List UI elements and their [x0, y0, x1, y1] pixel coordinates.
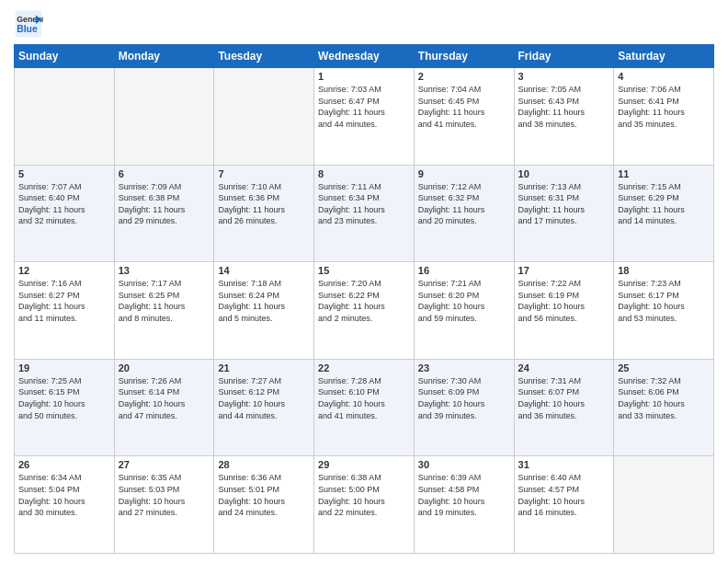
calendar-cell: 15Sunrise: 7:20 AM Sunset: 6:22 PM Dayli… — [314, 262, 415, 360]
day-info: Sunrise: 7:31 AM Sunset: 6:07 PM Dayligh… — [518, 375, 610, 421]
day-number: 6 — [119, 168, 210, 179]
day-info: Sunrise: 6:39 AM Sunset: 4:58 PM Dayligh… — [418, 472, 510, 518]
day-number: 24 — [518, 362, 610, 373]
calendar-cell: 3Sunrise: 7:05 AM Sunset: 6:43 PM Daylig… — [514, 68, 614, 166]
calendar-cell: 28Sunrise: 6:36 AM Sunset: 5:01 PM Dayli… — [214, 456, 314, 554]
weekday-header-friday: Friday — [514, 45, 614, 68]
day-info: Sunrise: 6:38 AM Sunset: 5:00 PM Dayligh… — [318, 472, 410, 518]
day-number: 5 — [18, 168, 110, 179]
day-info: Sunrise: 7:17 AM Sunset: 6:25 PM Dayligh… — [119, 278, 210, 324]
day-info: Sunrise: 7:16 AM Sunset: 6:27 PM Dayligh… — [18, 278, 110, 324]
day-number: 25 — [618, 362, 710, 373]
day-info: Sunrise: 7:05 AM Sunset: 6:43 PM Dayligh… — [518, 84, 610, 130]
weekday-header-saturday: Saturday — [614, 45, 714, 68]
day-info: Sunrise: 7:22 AM Sunset: 6:19 PM Dayligh… — [518, 278, 610, 324]
calendar-table: SundayMondayTuesdayWednesdayThursdayFrid… — [14, 44, 714, 554]
day-number: 28 — [218, 459, 310, 470]
day-info: Sunrise: 7:23 AM Sunset: 6:17 PM Dayligh… — [618, 278, 710, 324]
calendar-cell: 31Sunrise: 6:40 AM Sunset: 4:57 PM Dayli… — [514, 456, 614, 554]
day-number: 29 — [318, 459, 410, 470]
day-info: Sunrise: 7:32 AM Sunset: 6:06 PM Dayligh… — [618, 375, 710, 421]
calendar-cell: 27Sunrise: 6:35 AM Sunset: 5:03 PM Dayli… — [114, 456, 214, 554]
calendar-cell: 13Sunrise: 7:17 AM Sunset: 6:25 PM Dayli… — [114, 262, 214, 360]
calendar-cell — [214, 68, 314, 166]
day-info: Sunrise: 7:07 AM Sunset: 6:40 PM Dayligh… — [18, 181, 110, 227]
calendar-cell: 5Sunrise: 7:07 AM Sunset: 6:40 PM Daylig… — [15, 165, 115, 262]
calendar-cell: 8Sunrise: 7:11 AM Sunset: 6:34 PM Daylig… — [314, 165, 415, 262]
calendar-cell — [114, 68, 214, 166]
day-number: 31 — [518, 459, 610, 470]
day-info: Sunrise: 7:27 AM Sunset: 6:12 PM Dayligh… — [218, 375, 310, 421]
weekday-header-thursday: Thursday — [414, 45, 514, 68]
week-row-2: 12Sunrise: 7:16 AM Sunset: 6:27 PM Dayli… — [15, 262, 714, 360]
week-row-1: 5Sunrise: 7:07 AM Sunset: 6:40 PM Daylig… — [15, 165, 714, 262]
day-info: Sunrise: 7:26 AM Sunset: 6:14 PM Dayligh… — [119, 375, 210, 421]
calendar-cell: 16Sunrise: 7:21 AM Sunset: 6:20 PM Dayli… — [414, 262, 514, 360]
calendar-cell: 17Sunrise: 7:22 AM Sunset: 6:19 PM Dayli… — [514, 262, 614, 360]
header: General Blue — [14, 9, 714, 39]
calendar-cell — [614, 456, 714, 554]
day-number: 9 — [418, 168, 510, 179]
calendar-cell: 12Sunrise: 7:16 AM Sunset: 6:27 PM Dayli… — [15, 262, 115, 360]
day-number: 8 — [318, 168, 410, 179]
day-info: Sunrise: 6:36 AM Sunset: 5:01 PM Dayligh… — [218, 472, 310, 518]
day-number: 15 — [318, 265, 410, 276]
day-info: Sunrise: 7:21 AM Sunset: 6:20 PM Dayligh… — [418, 278, 510, 324]
weekday-header-sunday: Sunday — [15, 45, 115, 68]
day-info: Sunrise: 7:03 AM Sunset: 6:47 PM Dayligh… — [318, 84, 410, 130]
calendar-cell: 30Sunrise: 6:39 AM Sunset: 4:58 PM Dayli… — [414, 456, 514, 554]
day-info: Sunrise: 7:18 AM Sunset: 6:24 PM Dayligh… — [218, 278, 310, 324]
week-row-3: 19Sunrise: 7:25 AM Sunset: 6:15 PM Dayli… — [15, 359, 714, 456]
calendar-cell: 6Sunrise: 7:09 AM Sunset: 6:38 PM Daylig… — [114, 165, 214, 262]
calendar-cell: 21Sunrise: 7:27 AM Sunset: 6:12 PM Dayli… — [214, 359, 314, 456]
day-info: Sunrise: 6:35 AM Sunset: 5:03 PM Dayligh… — [119, 472, 210, 518]
day-number: 2 — [418, 71, 510, 82]
calendar-cell: 11Sunrise: 7:15 AM Sunset: 6:29 PM Dayli… — [614, 165, 714, 262]
day-number: 17 — [518, 265, 610, 276]
day-number: 30 — [418, 459, 510, 470]
day-number: 22 — [318, 362, 410, 373]
calendar-cell: 19Sunrise: 7:25 AM Sunset: 6:15 PM Dayli… — [15, 359, 115, 456]
calendar-cell: 18Sunrise: 7:23 AM Sunset: 6:17 PM Dayli… — [614, 262, 714, 360]
week-row-0: 1Sunrise: 7:03 AM Sunset: 6:47 PM Daylig… — [15, 68, 714, 166]
day-number: 14 — [218, 265, 310, 276]
day-number: 27 — [119, 459, 210, 470]
week-row-4: 26Sunrise: 6:34 AM Sunset: 5:04 PM Dayli… — [15, 456, 714, 554]
day-info: Sunrise: 7:13 AM Sunset: 6:31 PM Dayligh… — [518, 181, 610, 227]
day-info: Sunrise: 7:28 AM Sunset: 6:10 PM Dayligh… — [318, 375, 410, 421]
day-number: 1 — [318, 71, 410, 82]
day-info: Sunrise: 7:20 AM Sunset: 6:22 PM Dayligh… — [318, 278, 410, 324]
calendar-cell — [15, 68, 115, 166]
day-info: Sunrise: 7:25 AM Sunset: 6:15 PM Dayligh… — [18, 375, 110, 421]
day-info: Sunrise: 7:10 AM Sunset: 6:36 PM Dayligh… — [218, 181, 310, 227]
calendar-cell: 9Sunrise: 7:12 AM Sunset: 6:32 PM Daylig… — [414, 165, 514, 262]
day-number: 13 — [119, 265, 210, 276]
page: General Blue SundayMondayTuesdayWednesda… — [0, 0, 728, 563]
calendar-cell: 20Sunrise: 7:26 AM Sunset: 6:14 PM Dayli… — [114, 359, 214, 456]
logo-icon: General Blue — [14, 9, 43, 39]
weekday-header-row: SundayMondayTuesdayWednesdayThursdayFrid… — [15, 45, 714, 68]
calendar-cell: 23Sunrise: 7:30 AM Sunset: 6:09 PM Dayli… — [414, 359, 514, 456]
day-info: Sunrise: 7:30 AM Sunset: 6:09 PM Dayligh… — [418, 375, 510, 421]
calendar-cell: 22Sunrise: 7:28 AM Sunset: 6:10 PM Dayli… — [314, 359, 415, 456]
day-info: Sunrise: 7:12 AM Sunset: 6:32 PM Dayligh… — [418, 181, 510, 227]
day-number: 19 — [18, 362, 110, 373]
calendar-cell: 14Sunrise: 7:18 AM Sunset: 6:24 PM Dayli… — [214, 262, 314, 360]
day-number: 23 — [418, 362, 510, 373]
day-number: 11 — [618, 168, 710, 179]
calendar-cell: 10Sunrise: 7:13 AM Sunset: 6:31 PM Dayli… — [514, 165, 614, 262]
calendar-cell: 29Sunrise: 6:38 AM Sunset: 5:00 PM Dayli… — [314, 456, 415, 554]
day-info: Sunrise: 7:04 AM Sunset: 6:45 PM Dayligh… — [418, 84, 510, 130]
weekday-header-tuesday: Tuesday — [214, 45, 314, 68]
day-number: 26 — [18, 459, 110, 470]
calendar-cell: 26Sunrise: 6:34 AM Sunset: 5:04 PM Dayli… — [15, 456, 115, 554]
weekday-header-wednesday: Wednesday — [314, 45, 415, 68]
day-number: 16 — [418, 265, 510, 276]
calendar-cell: 24Sunrise: 7:31 AM Sunset: 6:07 PM Dayli… — [514, 359, 614, 456]
day-info: Sunrise: 6:40 AM Sunset: 4:57 PM Dayligh… — [518, 472, 610, 518]
day-info: Sunrise: 7:11 AM Sunset: 6:34 PM Dayligh… — [318, 181, 410, 227]
calendar-cell: 2Sunrise: 7:04 AM Sunset: 6:45 PM Daylig… — [414, 68, 514, 166]
day-info: Sunrise: 7:15 AM Sunset: 6:29 PM Dayligh… — [618, 181, 710, 227]
day-number: 4 — [618, 71, 710, 82]
weekday-header-monday: Monday — [114, 45, 214, 68]
